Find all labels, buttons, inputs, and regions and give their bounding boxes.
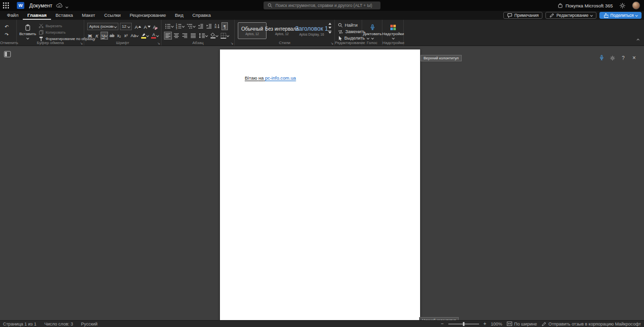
chevron-down-icon bbox=[635, 14, 638, 17]
shading-button[interactable] bbox=[209, 32, 219, 40]
font-color-button[interactable]: А bbox=[150, 32, 160, 40]
styles-group-label: Стили bbox=[235, 41, 334, 45]
document-title[interactable]: Документ bbox=[29, 2, 53, 8]
numbering-button[interactable]: 123 bbox=[175, 22, 185, 30]
strikethrough-button[interactable]: ab bbox=[108, 32, 115, 40]
settings-button[interactable] bbox=[619, 2, 626, 9]
style-heading-1[interactable]: Заголовок 1 Aptos Display, 16 bbox=[297, 22, 326, 39]
sort-arrow-icon bbox=[217, 24, 220, 29]
voice-group-label: Голос bbox=[362, 41, 382, 45]
send-feedback-button[interactable]: Отправить отзыв в корпорацию Майкрософт bbox=[541, 322, 641, 327]
chevron-down-icon bbox=[371, 37, 374, 40]
doc-word[interactable]: на bbox=[259, 75, 264, 81]
tab-file[interactable]: Файл bbox=[2, 11, 23, 20]
undo-button[interactable]: ↶ bbox=[3, 22, 10, 30]
autosave-status-icon[interactable] bbox=[56, 3, 62, 8]
font-name-select[interactable]: Aptos (основной т... bbox=[87, 23, 118, 30]
shrink-font-button[interactable]: А bbox=[143, 23, 151, 31]
paint-bucket-icon bbox=[210, 33, 215, 39]
bullets-button[interactable] bbox=[164, 22, 174, 30]
page-count[interactable]: Страница 1 из 1 bbox=[3, 322, 36, 327]
multilevel-list-button[interactable] bbox=[186, 22, 196, 30]
share-button[interactable]: Поделиться bbox=[599, 12, 642, 19]
copy-button[interactable]: Копировать bbox=[39, 30, 65, 35]
text-highlight-button[interactable] bbox=[140, 32, 150, 40]
tab-view[interactable]: Вид bbox=[170, 11, 188, 20]
change-case-button[interactable]: Аа bbox=[130, 32, 140, 40]
buy-microsoft365-button[interactable]: Покупка Microsoft 365 bbox=[558, 3, 613, 8]
gear-icon bbox=[619, 2, 626, 9]
italic-button[interactable]: К bbox=[94, 32, 100, 40]
fit-width-label: По ширине bbox=[514, 322, 537, 327]
cut-button[interactable]: Вырезать bbox=[39, 23, 62, 28]
grow-font-button[interactable]: А bbox=[134, 23, 142, 31]
tab-review[interactable]: Рецензирование bbox=[125, 11, 170, 20]
word-count[interactable]: Число слов: 3 bbox=[44, 322, 73, 327]
fit-width-button[interactable]: По ширине bbox=[507, 322, 537, 327]
doc-hyperlink[interactable]: pc-info.com.ua bbox=[265, 75, 296, 81]
zoom-slider[interactable] bbox=[448, 324, 479, 325]
styles-more-button[interactable] bbox=[328, 31, 331, 34]
zoom-in-button[interactable]: + bbox=[483, 322, 486, 327]
zoom-slider-thumb[interactable] bbox=[463, 322, 464, 326]
style-normal[interactable]: Обычный Aptos, 12 bbox=[238, 22, 267, 39]
comments-button[interactable]: Примечания bbox=[503, 12, 542, 19]
paste-button[interactable]: Вставить bbox=[19, 22, 37, 42]
collapse-ribbon-button[interactable] bbox=[637, 34, 639, 43]
search-bar[interactable]: Поиск инструментов, справки и другого (A… bbox=[264, 1, 380, 9]
tab-references[interactable]: Ссылки bbox=[100, 11, 125, 20]
dictation-settings-button[interactable] bbox=[608, 54, 616, 62]
proofing-language[interactable]: Русский bbox=[81, 322, 98, 327]
bold-button[interactable]: Ж bbox=[87, 32, 93, 40]
change-case-letters: Аа bbox=[131, 33, 136, 38]
editing-mode-button[interactable]: Редактирование bbox=[545, 12, 596, 19]
dictate-mic-button[interactable] bbox=[597, 54, 605, 62]
underline-button[interactable]: Ч bbox=[101, 32, 108, 40]
document-paragraph[interactable]: Вітаю на pc-info.com.ua bbox=[245, 75, 296, 81]
increase-indent-button[interactable] bbox=[205, 22, 213, 30]
chevron-down-icon bbox=[171, 25, 174, 28]
tab-help[interactable]: Справка bbox=[188, 11, 215, 20]
navigation-pane-toggle[interactable] bbox=[3, 50, 12, 58]
app-launcher-button[interactable] bbox=[0, 0, 12, 11]
doc-word[interactable]: Вітаю bbox=[245, 75, 257, 81]
dictation-help-button[interactable]: ? bbox=[619, 54, 627, 62]
chevron-down-icon bbox=[590, 14, 593, 17]
show-formatting-marks-button[interactable]: ¶ bbox=[221, 22, 228, 30]
header-tag[interactable]: Верхний колонтитул bbox=[421, 55, 462, 61]
font-size-select[interactable]: 12 bbox=[120, 23, 132, 30]
addins-button[interactable]: Надстройки bbox=[383, 22, 403, 42]
tab-home[interactable]: Главная bbox=[23, 11, 51, 20]
addins-group: Надстройки Надстройки bbox=[382, 20, 404, 46]
find-button[interactable]: Найти bbox=[338, 22, 358, 28]
redo-button[interactable]: ↷ bbox=[3, 30, 10, 38]
zoom-out-button[interactable]: − bbox=[441, 322, 444, 327]
decrease-indent-button[interactable] bbox=[197, 22, 205, 30]
clear-formatting-button[interactable]: А bbox=[152, 23, 159, 31]
share-icon bbox=[603, 13, 608, 18]
line-spacing-button[interactable] bbox=[198, 32, 209, 40]
align-left-button[interactable] bbox=[164, 32, 172, 40]
zoom-level[interactable]: 100% bbox=[491, 322, 502, 327]
styles-scroll-down-button[interactable] bbox=[328, 27, 331, 29]
paragraph-group-label: Абзац bbox=[161, 41, 234, 45]
tab-layout[interactable]: Макет bbox=[77, 11, 100, 20]
align-center-button[interactable] bbox=[172, 32, 180, 40]
replace-button[interactable]: Заменить bbox=[338, 29, 365, 35]
styles-scroll-up-button[interactable] bbox=[328, 23, 331, 25]
dictation-close-button[interactable]: × bbox=[630, 54, 638, 62]
sort-button[interactable]: АЯ bbox=[214, 22, 221, 30]
avatar[interactable] bbox=[632, 1, 640, 9]
chevron-down-icon bbox=[146, 34, 149, 37]
align-right-button[interactable] bbox=[181, 32, 189, 40]
title-menu-chevron[interactable] bbox=[66, 1, 68, 10]
dictate-button[interactable]: Диктовать bbox=[363, 22, 381, 42]
tab-insert[interactable]: Вставка bbox=[51, 11, 77, 20]
word-logo[interactable]: W bbox=[17, 2, 24, 9]
superscript-button[interactable]: x² bbox=[123, 32, 129, 40]
style-no-spacing[interactable]: Без интервала Aptos, 12 bbox=[268, 22, 296, 39]
document-page[interactable]: Вітаю на pc-info.com.ua bbox=[220, 49, 420, 320]
borders-button[interactable] bbox=[219, 32, 230, 40]
subscript-button[interactable]: x₂ bbox=[116, 32, 122, 40]
justify-button[interactable] bbox=[189, 32, 197, 40]
